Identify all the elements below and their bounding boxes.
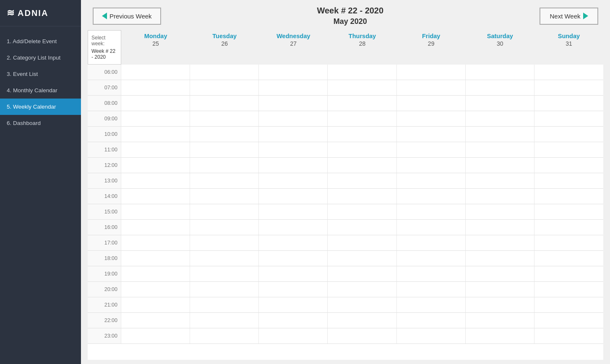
event-cell-sunday-1100[interactable] (534, 142, 603, 157)
event-cell-monday-0700[interactable] (121, 80, 190, 95)
event-cell-wednesday-2100[interactable] (259, 297, 328, 312)
event-cell-saturday-2000[interactable] (466, 282, 534, 297)
event-cell-tuesday-1500[interactable] (190, 204, 259, 219)
event-cell-friday-2300[interactable] (397, 328, 466, 343)
event-cell-thursday-0600[interactable] (328, 65, 396, 80)
event-cell-wednesday-1100[interactable] (259, 142, 328, 157)
event-cell-saturday-1300[interactable] (466, 173, 534, 188)
event-cell-sunday-1300[interactable] (534, 173, 603, 188)
event-cell-thursday-1700[interactable] (328, 235, 396, 250)
event-cell-wednesday-1900[interactable] (259, 266, 328, 281)
event-cell-sunday-1200[interactable] (534, 158, 603, 173)
sidebar-item-weekly-calendar[interactable]: 5. Weekly Calendar (0, 99, 81, 115)
event-cell-tuesday-1900[interactable] (190, 266, 259, 281)
sidebar-item-monthly-calendar[interactable]: 4. Monthly Calendar (0, 82, 81, 99)
event-cell-thursday-2300[interactable] (328, 328, 396, 343)
event-cell-thursday-1300[interactable] (328, 173, 396, 188)
event-cell-wednesday-0700[interactable] (259, 80, 328, 95)
next-week-button[interactable]: Next Week (540, 8, 598, 25)
event-cell-friday-0600[interactable] (397, 65, 466, 80)
event-cell-monday-0900[interactable] (121, 111, 190, 126)
event-cell-saturday-1500[interactable] (466, 204, 534, 219)
event-cell-monday-1700[interactable] (121, 235, 190, 250)
event-cell-sunday-0800[interactable] (534, 96, 603, 111)
event-cell-saturday-2100[interactable] (466, 297, 534, 312)
event-cell-tuesday-2200[interactable] (190, 313, 259, 328)
event-cell-monday-1900[interactable] (121, 266, 190, 281)
event-cell-friday-1900[interactable] (397, 266, 466, 281)
event-cell-wednesday-0600[interactable] (259, 65, 328, 80)
event-cell-friday-1800[interactable] (397, 251, 466, 266)
event-cell-friday-1000[interactable] (397, 127, 466, 142)
event-cell-thursday-0800[interactable] (328, 96, 396, 111)
event-cell-saturday-1800[interactable] (466, 251, 534, 266)
event-cell-tuesday-1000[interactable] (190, 127, 259, 142)
event-cell-sunday-1500[interactable] (534, 204, 603, 219)
event-cell-monday-1600[interactable] (121, 220, 190, 235)
event-cell-thursday-1800[interactable] (328, 251, 396, 266)
event-cell-friday-0700[interactable] (397, 80, 466, 95)
event-cell-friday-1500[interactable] (397, 204, 466, 219)
event-cell-sunday-2300[interactable] (534, 328, 603, 343)
event-cell-tuesday-1100[interactable] (190, 142, 259, 157)
event-cell-friday-1400[interactable] (397, 189, 466, 204)
event-cell-monday-1200[interactable] (121, 158, 190, 173)
event-cell-tuesday-1800[interactable] (190, 251, 259, 266)
event-cell-sunday-0900[interactable] (534, 111, 603, 126)
event-cell-sunday-2200[interactable] (534, 313, 603, 328)
event-cell-friday-1200[interactable] (397, 158, 466, 173)
event-cell-monday-1400[interactable] (121, 189, 190, 204)
event-cell-friday-2000[interactable] (397, 282, 466, 297)
event-cell-thursday-0900[interactable] (328, 111, 396, 126)
event-cell-saturday-1900[interactable] (466, 266, 534, 281)
event-cell-friday-0800[interactable] (397, 96, 466, 111)
event-cell-saturday-1400[interactable] (466, 189, 534, 204)
event-cell-thursday-1600[interactable] (328, 220, 396, 235)
select-week-cell[interactable]: Select week: Week # 22 - 2020 (88, 30, 121, 65)
event-cell-thursday-1900[interactable] (328, 266, 396, 281)
event-cell-friday-1700[interactable] (397, 235, 466, 250)
event-cell-friday-2200[interactable] (397, 313, 466, 328)
event-cell-saturday-1000[interactable] (466, 127, 534, 142)
event-cell-monday-1100[interactable] (121, 142, 190, 157)
sidebar-item-event-list[interactable]: 3. Event List (0, 66, 81, 82)
event-cell-tuesday-1300[interactable] (190, 173, 259, 188)
event-cell-tuesday-0900[interactable] (190, 111, 259, 126)
event-cell-friday-1100[interactable] (397, 142, 466, 157)
event-cell-wednesday-2200[interactable] (259, 313, 328, 328)
event-cell-saturday-2200[interactable] (466, 313, 534, 328)
event-cell-thursday-1200[interactable] (328, 158, 396, 173)
event-cell-wednesday-1200[interactable] (259, 158, 328, 173)
event-cell-tuesday-1700[interactable] (190, 235, 259, 250)
event-cell-tuesday-0700[interactable] (190, 80, 259, 95)
sidebar-item-add-delete-event[interactable]: 1. Add/Delete Event (0, 33, 81, 49)
event-cell-sunday-1700[interactable] (534, 235, 603, 250)
sidebar-item-category-list-input[interactable]: 2. Category List Input (0, 49, 81, 66)
event-cell-wednesday-1800[interactable] (259, 251, 328, 266)
event-cell-thursday-1100[interactable] (328, 142, 396, 157)
event-cell-wednesday-2000[interactable] (259, 282, 328, 297)
event-cell-saturday-1100[interactable] (466, 142, 534, 157)
event-cell-saturday-2300[interactable] (466, 328, 534, 343)
event-cell-saturday-1200[interactable] (466, 158, 534, 173)
event-cell-friday-2100[interactable] (397, 297, 466, 312)
event-cell-thursday-2100[interactable] (328, 297, 396, 312)
event-cell-wednesday-1400[interactable] (259, 189, 328, 204)
event-cell-tuesday-2100[interactable] (190, 297, 259, 312)
event-cell-wednesday-1500[interactable] (259, 204, 328, 219)
event-cell-wednesday-0900[interactable] (259, 111, 328, 126)
event-cell-wednesday-1600[interactable] (259, 220, 328, 235)
event-cell-wednesday-1000[interactable] (259, 127, 328, 142)
event-cell-monday-1000[interactable] (121, 127, 190, 142)
event-cell-friday-0900[interactable] (397, 111, 466, 126)
event-cell-sunday-0600[interactable] (534, 65, 603, 80)
event-cell-saturday-0600[interactable] (466, 65, 534, 80)
event-cell-sunday-0700[interactable] (534, 80, 603, 95)
event-cell-thursday-0700[interactable] (328, 80, 396, 95)
event-cell-saturday-0800[interactable] (466, 96, 534, 111)
event-cell-tuesday-0800[interactable] (190, 96, 259, 111)
event-cell-sunday-2000[interactable] (534, 282, 603, 297)
event-cell-sunday-1900[interactable] (534, 266, 603, 281)
event-cell-sunday-1600[interactable] (534, 220, 603, 235)
event-cell-tuesday-2000[interactable] (190, 282, 259, 297)
